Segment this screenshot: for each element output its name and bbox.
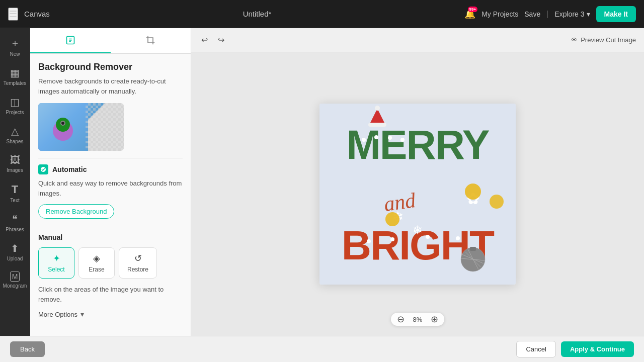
section-divider-1 [38, 158, 183, 158]
images-icon: 🖼 [10, 154, 20, 166]
sidebar-item-projects[interactable]: ◫ Projects [2, 92, 28, 119]
svg-point-13 [385, 212, 399, 226]
erase-tool-button[interactable]: ◈ Erase [78, 247, 115, 279]
sidebar-item-new[interactable]: ＋ New [2, 32, 28, 61]
sidebar-item-upload[interactable]: ⬆ Upload [2, 238, 28, 265]
restore-tool-button[interactable]: ↺ Restore [119, 247, 157, 279]
topbar-left: ☰ Canvas [8, 8, 50, 21]
notification-button[interactable]: 🔔 99+ [464, 9, 475, 20]
side-panel: Background Remover Remove backgrounds to… [30, 28, 191, 336]
automatic-badge-icon [40, 166, 46, 172]
restore-tool-icon: ↺ [134, 253, 142, 264]
sidebar-item-text[interactable]: T Text [2, 179, 28, 207]
more-options[interactable]: More Options ▾ [38, 310, 183, 318]
sidebar-item-images[interactable]: 🖼 Images [2, 150, 28, 177]
canvas-image-container: MERRY and BRIGHT ❄ [319, 104, 516, 285]
nav-templates-label: Templates [4, 80, 27, 86]
select-tool-icon: ✦ [53, 253, 60, 264]
topbar-center: Untitled* [243, 10, 272, 18]
nav-images-label: Images [7, 167, 23, 173]
svg-rect-28 [470, 247, 476, 251]
automatic-section-header: Automatic [38, 164, 183, 174]
cancel-button[interactable]: Cancel [516, 341, 555, 357]
app-name: Canvas [24, 10, 50, 18]
svg-point-17 [400, 138, 405, 142]
svg-text:MERRY: MERRY [346, 122, 489, 167]
templates-icon: ▦ [10, 67, 20, 79]
canvas-area: ↩ ↪ 👁 Preview Cut Image MERRY [191, 28, 644, 336]
panel-title: Background Remover [38, 62, 183, 72]
back-button[interactable]: Back [10, 341, 45, 357]
notification-badge: 99+ [468, 7, 478, 12]
hamburger-menu[interactable]: ☰ [8, 8, 18, 21]
sidebar-item-templates[interactable]: ▦ Templates [2, 63, 28, 90]
select-tool-label: Select [48, 266, 64, 273]
svg-point-18 [367, 239, 371, 243]
text-icon: T [12, 183, 18, 196]
svg-point-15 [374, 135, 378, 139]
sidebar-item-monogram[interactable]: M Monogram [2, 267, 28, 293]
zoom-in-button[interactable]: ⊕ [431, 315, 438, 324]
redo-button[interactable]: ↪ [216, 33, 226, 47]
automatic-description: Quick and easy way to remove backgrounds… [38, 178, 183, 198]
bottom-bar: Back Cancel Apply & Continue [0, 336, 644, 362]
section-divider-2 [38, 227, 183, 227]
erase-tool-label: Erase [89, 266, 104, 273]
svg-point-16 [388, 136, 392, 140]
manual-hint: Click on the areas of the image you want… [38, 285, 183, 304]
canvas-main: MERRY and BRIGHT ❄ [191, 52, 644, 336]
crop-tab-icon [145, 35, 155, 45]
explore-button[interactable]: Explore 3 ▾ [554, 10, 590, 18]
sidebar-item-phrases[interactable]: ❝ Phrases [2, 209, 28, 236]
my-projects-button[interactable]: My Projects [481, 10, 518, 18]
svg-point-19 [390, 237, 394, 241]
erase-tool-icon: ◈ [93, 253, 100, 264]
manual-title: Manual [38, 233, 183, 241]
divider: | [546, 10, 548, 19]
sidebar-item-shapes[interactable]: △ Shapes [2, 121, 28, 148]
svg-point-8 [375, 106, 380, 111]
nav-monogram-label: Monogram [3, 283, 27, 289]
nav-shapes-label: Shapes [7, 139, 24, 144]
nav-new-label: New [10, 51, 20, 57]
bottom-actions: Cancel Apply & Continue [516, 341, 634, 357]
svg-point-29 [490, 195, 504, 209]
undo-button[interactable]: ↩ [199, 33, 210, 47]
automatic-title: Automatic [52, 165, 87, 173]
topbar-right: 🔔 99+ My Projects Save | Explore 3 ▾ Mak… [464, 6, 636, 22]
remove-background-button[interactable]: Remove Background [38, 204, 114, 219]
page-title: Untitled* [243, 10, 272, 18]
zoom-out-button[interactable]: ⊖ [397, 315, 405, 324]
more-options-label: More Options [38, 311, 77, 318]
apply-continue-button[interactable]: Apply & Continue [561, 341, 634, 357]
left-nav: ＋ New ▦ Templates ◫ Projects △ Shapes 🖼 … [0, 28, 30, 336]
preview-cut-button[interactable]: 👁 Preview Cut Image [571, 36, 636, 44]
tab-crop[interactable] [111, 28, 191, 53]
merry-bright-image: MERRY and BRIGHT ❄ [319, 104, 516, 285]
svg-point-12 [465, 184, 481, 200]
edit-tab-icon [65, 35, 75, 45]
shapes-icon: △ [11, 125, 19, 137]
preview-image [38, 103, 124, 151]
canvas-toolbar: ↩ ↪ 👁 Preview Cut Image [191, 28, 644, 52]
svg-point-20 [426, 235, 430, 239]
automatic-badge [38, 164, 48, 174]
phrases-icon: ❝ [12, 213, 18, 225]
nav-upload-label: Upload [7, 256, 23, 261]
checker-background [86, 103, 124, 151]
canvas-image[interactable]: MERRY and BRIGHT ❄ [319, 104, 516, 285]
restore-tool-label: Restore [127, 266, 148, 273]
new-icon: ＋ [10, 36, 20, 50]
svg-point-21 [456, 236, 460, 240]
nav-text-label: Text [10, 198, 19, 203]
panel-tabs [30, 28, 191, 54]
select-tool-button[interactable]: ✦ Select [38, 247, 74, 279]
save-button[interactable]: Save [524, 10, 540, 18]
tab-edit[interactable] [30, 28, 111, 53]
monogram-icon: M [10, 272, 20, 282]
topbar: ☰ Canvas Untitled* 🔔 99+ My Projects Sav… [0, 0, 644, 28]
make-it-button[interactable]: Make It [596, 6, 636, 22]
preview-cut-icon: 👁 [571, 36, 578, 44]
upload-icon: ⬆ [11, 242, 19, 254]
nav-phrases-label: Phrases [6, 227, 24, 232]
